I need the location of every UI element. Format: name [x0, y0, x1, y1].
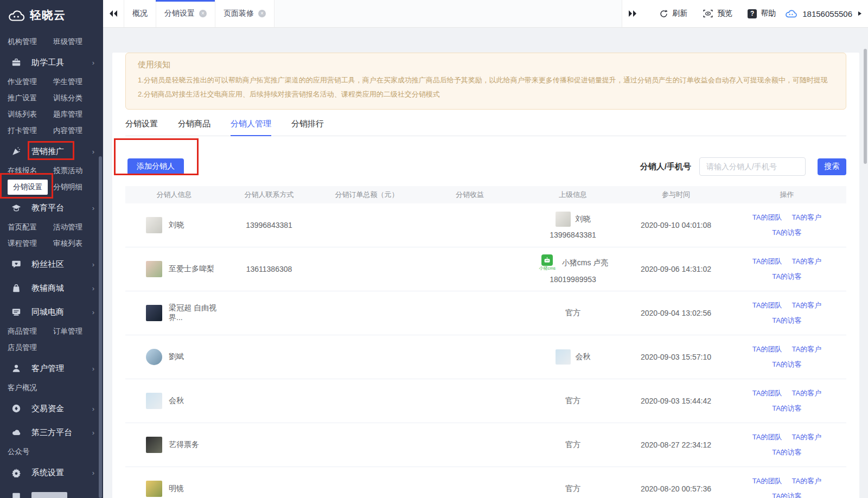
account-menu[interactable]: 18156055506: [784, 0, 868, 27]
double-chevron-left-icon: [109, 10, 118, 17]
tab-分销商品[interactable]: 分销商品: [178, 119, 210, 136]
collapse-tabs-button[interactable]: [103, 0, 124, 27]
sidebar-section-label: 粉丝社区: [31, 259, 64, 270]
sidebar-item-selected[interactable]: 分销设置: [8, 180, 48, 195]
sidebar-item[interactable]: 投票活动: [53, 163, 99, 179]
ta-visitors-link[interactable]: TA的访客: [772, 272, 802, 282]
app-root: 轻晓云 机构管理班级管理助学工具›作业管理学生管理推广设置训练分类训练列表题库管…: [0, 0, 868, 498]
sidebar-item[interactable]: 推广设置: [8, 90, 53, 106]
sidebar-section-header-local-ecommerce[interactable]: 同城电商›: [0, 301, 103, 323]
actions-cell: TA的团队TA的客户TA的访客: [727, 388, 846, 413]
sidebar-item[interactable]: 活动管理: [53, 219, 99, 235]
ta-customers-link[interactable]: TA的客户: [792, 388, 822, 398]
ta-customers-link[interactable]: TA的客户: [792, 301, 822, 310]
ta-customers-link[interactable]: TA的客户: [792, 257, 822, 266]
sidebar-section-header-edu-mall[interactable]: 教辅商城›: [0, 277, 103, 299]
upline-cell: 官方: [521, 440, 624, 450]
sidebar-item[interactable]: 在线报名: [8, 163, 53, 179]
chevron-right-icon: ›: [92, 260, 94, 269]
top-tab-1[interactable]: 分销设置×: [156, 0, 215, 27]
sidebar-item[interactable]: 作业管理: [8, 74, 53, 90]
ta-visitors-link[interactable]: TA的访客: [772, 360, 802, 369]
sidebar-section-header-edu-platform[interactable]: 教育平台›: [0, 196, 103, 219]
ta-customers-link[interactable]: TA的客户: [792, 476, 822, 486]
refresh-icon: [659, 9, 668, 18]
distributor-name: 至爱士多啤梨: [169, 264, 214, 274]
storefront-icon: [11, 307, 22, 317]
upline-cell: 会秋: [521, 349, 624, 365]
table-header-col-4: 分销收益: [418, 190, 521, 200]
tab-close-icon[interactable]: ×: [199, 10, 207, 17]
sidebar-item[interactable]: 题库管理: [53, 106, 99, 123]
ta-visitors-link[interactable]: TA的访客: [772, 228, 802, 238]
tab-分销设置[interactable]: 分销设置: [125, 119, 158, 136]
ta-team-link[interactable]: TA的团队: [752, 476, 782, 486]
tab-分销人管理[interactable]: 分销人管理: [231, 119, 271, 136]
ta-team-link[interactable]: TA的团队: [752, 432, 782, 442]
sidebar-item[interactable]: 课程管理: [8, 235, 53, 252]
sidebar-item[interactable]: 学生管理: [53, 74, 99, 90]
top-tab-0[interactable]: 概况: [124, 0, 156, 27]
sidebar-section-header-customer-mgmt[interactable]: 客户管理›: [0, 357, 103, 380]
action-label: 帮助: [761, 9, 776, 18]
main-scrollbar-thumb[interactable]: [864, 49, 867, 164]
search-button[interactable]: 搜索: [818, 158, 846, 175]
sidebar-item[interactable]: 店员管理: [8, 340, 53, 356]
ta-visitors-link[interactable]: TA的访客: [772, 316, 802, 325]
upline-phone: 18019989953: [550, 275, 596, 284]
sidebar-section-header-system-settings[interactable]: 系统设置›: [0, 461, 103, 484]
ta-team-link[interactable]: TA的团队: [752, 388, 782, 398]
refresh-button[interactable]: 刷新: [659, 9, 687, 18]
sidebar-section-header-trade-funds[interactable]: 交易资金›: [0, 397, 103, 420]
ta-customers-link[interactable]: TA的客户: [792, 213, 822, 222]
sidebar-item[interactable]: 客户概况: [8, 380, 53, 396]
sidebar-section-cutoff: [0, 485, 103, 498]
sidebar-item[interactable]: 订单管理: [53, 323, 99, 340]
preview-button[interactable]: 预览: [703, 9, 732, 18]
sidebar-item[interactable]: 分销明细: [53, 179, 99, 195]
tab-close-icon[interactable]: ×: [258, 10, 266, 17]
sidebar-item[interactable]: 训练分类: [53, 90, 99, 106]
top-tab-2[interactable]: 页面装修×: [215, 0, 275, 27]
ta-visitors-link[interactable]: TA的访客: [772, 448, 802, 457]
sidebar-item[interactable]: 审核列表: [53, 235, 99, 252]
help-button[interactable]: ?帮助: [748, 9, 776, 18]
tab-分销排行[interactable]: 分销排行: [291, 119, 324, 136]
actions-cell: TA的团队TA的客户TA的访客: [727, 213, 846, 238]
sidebar-section-header-marketing[interactable]: 营销推广›: [0, 140, 103, 163]
ta-customers-link[interactable]: TA的客户: [792, 344, 822, 354]
sidebar-section-header-study-tools[interactable]: 助学工具›: [0, 51, 103, 74]
ta-team-link[interactable]: TA的团队: [752, 301, 782, 310]
ta-visitors-link[interactable]: TA的访客: [772, 491, 802, 498]
sidebar-item[interactable]: 首页配置: [8, 219, 53, 235]
table-row: 刘晓13996843381刘晓139968433812020-09-10 04:…: [125, 203, 846, 247]
sidebar-item[interactable]: 打卡管理: [8, 123, 53, 139]
ta-team-link[interactable]: TA的团队: [752, 213, 782, 222]
actions-links: TA的团队TA的客户TA的访客: [727, 432, 846, 457]
sidebar-item[interactable]: 训练列表: [8, 106, 53, 123]
gradcap-icon: [11, 202, 22, 213]
ta-team-link[interactable]: TA的团队: [752, 344, 782, 354]
sidebar-section-label: 客户管理: [31, 363, 64, 374]
app-logo[interactable]: 轻晓云: [0, 0, 103, 30]
sidebar-section-header-third-party[interactable]: 第三方平台›: [0, 421, 103, 444]
upline-user: 会秋: [521, 349, 624, 365]
sidebar-section-local-ecommerce: 同城电商›商品管理订单管理店员管理: [0, 301, 103, 356]
add-distributor-button[interactable]: 添加分销人: [127, 158, 184, 175]
sidebar-item[interactable]: 公众号: [8, 444, 53, 460]
ta-team-link[interactable]: TA的团队: [752, 257, 782, 266]
sidebar-item-top-1[interactable]: 班级管理: [53, 34, 99, 50]
actions-line1: TA的团队TA的客户: [752, 213, 821, 222]
sidebar-top-links: 机构管理班级管理: [0, 30, 103, 50]
sidebar-scrollbar-thumb[interactable]: [99, 156, 102, 498]
search-input[interactable]: [699, 157, 806, 176]
ta-customers-link[interactable]: TA的客户: [792, 432, 822, 442]
sidebar-section-header-cutoff[interactable]: [0, 485, 103, 498]
chevron-right-icon: ›: [92, 204, 94, 212]
expand-tabs-button[interactable]: [622, 0, 643, 27]
sidebar-section-header-fans-community[interactable]: 粉丝社区›: [0, 253, 103, 276]
sidebar-item[interactable]: 商品管理: [8, 323, 53, 340]
sidebar-item[interactable]: 内容管理: [53, 123, 99, 139]
sidebar-item-top-0[interactable]: 机构管理: [8, 34, 53, 50]
ta-visitors-link[interactable]: TA的访客: [772, 404, 802, 413]
